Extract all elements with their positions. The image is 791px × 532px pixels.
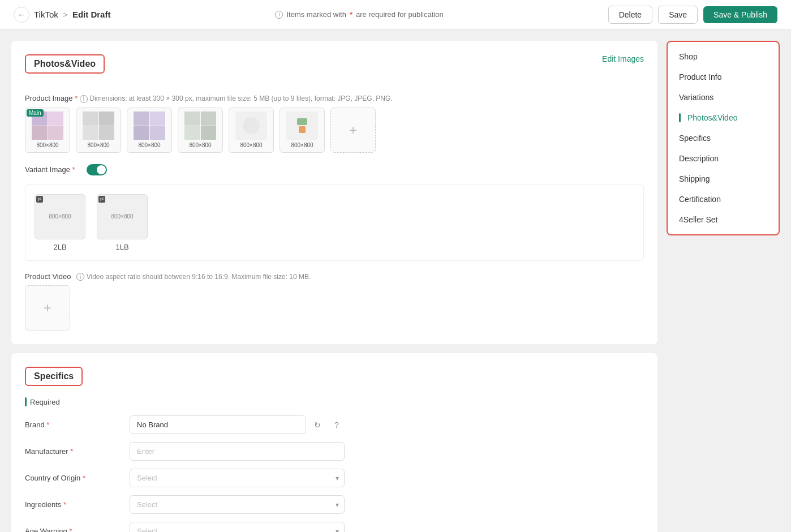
product-image-2[interactable]: 800×800	[76, 108, 121, 153]
header: ← TikTok > Edit Draft i Items marked wit…	[0, 0, 791, 29]
image-preview-4	[184, 111, 216, 140]
image-size-2: 800×800	[87, 142, 109, 148]
delete-button[interactable]: Delete	[608, 6, 652, 24]
manufacturer-label: Manufacturer *	[25, 447, 130, 456]
photos-video-title: Photos&Video	[25, 54, 105, 74]
country-of-origin-select[interactable]: Select	[130, 469, 345, 487]
ingredients-field: Select ▾	[130, 495, 345, 514]
age-warning-field: Select ▾	[130, 522, 345, 532]
sidebar-item-shop[interactable]: Shop	[668, 46, 779, 67]
variant-img-2lb[interactable]: 800×800 r²	[35, 194, 85, 239]
sidebar-item-4seller-set-label: 4Seller Set	[679, 215, 717, 224]
product-image-6[interactable]: 800×800	[280, 108, 325, 153]
sidebar-item-certification[interactable]: Certification	[668, 189, 779, 209]
age-warning-label: Age Warning *	[25, 527, 130, 532]
main-badge: Main	[27, 109, 44, 117]
product-image-1[interactable]: Main 800×800	[25, 108, 70, 153]
add-image-button[interactable]: +	[330, 108, 376, 153]
image-size-3: 800×800	[138, 142, 160, 148]
add-video-button[interactable]: +	[25, 285, 70, 331]
notice-text: Items marked with	[286, 10, 346, 19]
sidebar-item-product-info[interactable]: Product Info	[668, 67, 779, 87]
variant-label-2lb: 2LB	[53, 243, 66, 251]
page-layout: Photos&Video Edit Images Product Image *…	[0, 29, 791, 532]
product-image-label: Product Image * i Dimensions: at least 3…	[25, 94, 644, 103]
manufacturer-field	[130, 442, 345, 461]
breadcrumb-parent: TikTok	[34, 10, 58, 19]
breadcrumb-separator: >	[63, 10, 68, 19]
product-image-5[interactable]: 800×800	[229, 108, 274, 153]
required-label: Required	[25, 397, 644, 406]
back-button[interactable]: ←	[14, 7, 29, 23]
specifics-section: Specifics Required Brand * ↻ ?	[11, 353, 657, 532]
image-size-4: 800×800	[189, 142, 211, 148]
sidebar-item-specifics[interactable]: Specifics	[668, 128, 779, 148]
variant-image-toggle[interactable]	[87, 164, 107, 175]
ingredients-row: Ingredients * Select ▾	[25, 495, 644, 514]
brand-field: ↻ ?	[130, 415, 345, 434]
product-image-3[interactable]: 800×800	[127, 108, 172, 153]
header-actions: Delete Save Save & Publish	[608, 6, 777, 24]
age-warning-row: Age Warning * Select ▾	[25, 522, 644, 532]
image-preview-3	[134, 111, 165, 140]
sidebar-item-shipping[interactable]: Shipping	[668, 169, 779, 189]
variant-img-size: 800×800	[49, 213, 71, 220]
main-content: Photos&Video Edit Images Product Image *…	[11, 41, 657, 532]
photos-video-section: Photos&Video Edit Images Product Image *…	[11, 41, 657, 344]
section-header: Photos&Video Edit Images	[25, 54, 644, 85]
ingredients-label: Ingredients *	[25, 500, 130, 509]
product-image-4[interactable]: 800×800	[178, 108, 223, 153]
edit-images-link[interactable]: Edit Images	[602, 54, 644, 63]
sidebar-item-product-info-label: Product Info	[679, 72, 722, 81]
variant-label-1lb: 1LB	[115, 243, 128, 251]
header-notice: i Items marked with * are required for p…	[275, 10, 443, 19]
variant-image-1lb: 800×800 r² 1LB	[97, 194, 148, 251]
product-video-hint: Video aspect ratio should between 9:16 t…	[87, 273, 311, 281]
sidebar-item-shipping-label: Shipping	[679, 174, 710, 183]
brand-label: Brand *	[25, 421, 130, 429]
variant-image-label-row: Variant Image *	[25, 164, 644, 175]
sidebar-item-4seller-set[interactable]: 4Seller Set	[668, 209, 779, 230]
brand-input-wrap: ↻ ?	[130, 415, 345, 434]
variant-badge: r²	[36, 196, 43, 203]
product-video-label: Product Video i Video aspect ratio shoul…	[25, 272, 644, 281]
brand-input[interactable]	[130, 415, 306, 434]
variant-image-2lb: 800×800 r² 2LB	[35, 194, 85, 251]
image-preview-5	[235, 111, 267, 140]
image-preview-6	[286, 111, 318, 140]
product-image-star: *	[75, 94, 78, 102]
info-icon: i	[275, 11, 283, 19]
sidebar-item-variations-label: Variations	[679, 93, 713, 102]
age-warning-select[interactable]: Select	[130, 522, 345, 532]
image-size-1: 800×800	[36, 142, 58, 148]
sidebar-item-photos-video[interactable]: Photos&Video	[668, 108, 779, 128]
variant-img-1lb[interactable]: 800×800 r²	[97, 194, 148, 239]
sidebar-item-description-label: Description	[679, 154, 719, 163]
sidebar-item-photos-video-label: Photos&Video	[687, 113, 737, 122]
manufacturer-input[interactable]	[130, 442, 345, 461]
sidebar-item-specifics-label: Specifics	[679, 134, 711, 143]
sidebar-item-shop-label: Shop	[679, 52, 698, 61]
save-button[interactable]: Save	[658, 6, 698, 24]
manufacturer-row: Manufacturer *	[25, 442, 644, 461]
brand-help-icon[interactable]: ?	[329, 417, 345, 433]
sidebar: Shop Product Info Variations Photos&Vide…	[667, 41, 780, 532]
product-image-info-icon[interactable]: i	[80, 95, 88, 103]
product-video-info-icon[interactable]: i	[76, 273, 84, 281]
country-of-origin-field: Select ▾	[130, 469, 345, 487]
specifics-title: Specifics	[25, 367, 83, 386]
breadcrumb-current: Edit Draft	[72, 10, 111, 19]
ingredients-select[interactable]: Select	[130, 495, 345, 514]
variant-img-size-1lb: 800×800	[111, 213, 133, 220]
breadcrumb: TikTok > Edit Draft	[34, 10, 110, 19]
country-of-origin-row: Country of Origin * Select ▾	[25, 469, 644, 487]
save-publish-button[interactable]: Save & Publish	[703, 6, 777, 23]
product-image-hint: Dimensions: at least 300 × 300 px, maxim…	[89, 95, 392, 102]
brand-row: Brand * ↻ ?	[25, 415, 644, 434]
sidebar-item-variations[interactable]: Variations	[668, 87, 779, 108]
image-size-5: 800×800	[240, 142, 262, 148]
product-image-row: Main 800×800	[25, 108, 644, 153]
sidebar-item-description[interactable]: Description	[668, 148, 779, 169]
variant-images-container: 800×800 r² 2LB 800×800 r² 1LB	[25, 185, 644, 261]
brand-refresh-icon[interactable]: ↻	[309, 417, 325, 433]
